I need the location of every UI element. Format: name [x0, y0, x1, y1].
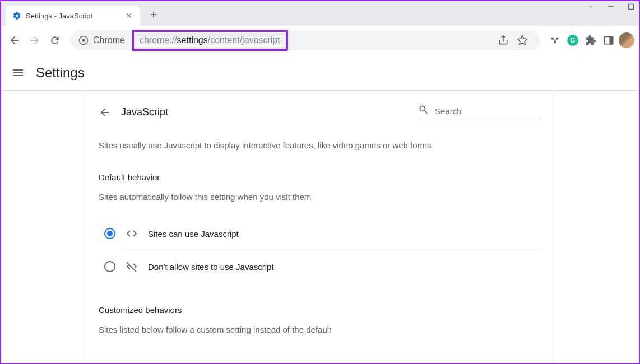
- search-icon: [418, 104, 429, 118]
- extension-link-icon[interactable]: [547, 32, 563, 48]
- minimize-icon[interactable]: [607, 3, 614, 10]
- address-bar[interactable]: Chrome chrome://settings/content/javascr…: [71, 30, 540, 50]
- extensions-icon[interactable]: [583, 32, 599, 48]
- side-panel-icon[interactable]: [601, 32, 616, 48]
- customized-subtext: Sites listed below follow a custom setti…: [99, 325, 541, 334]
- svg-rect-1: [629, 4, 634, 10]
- radio-button[interactable]: [104, 261, 115, 272]
- search-input[interactable]: [435, 106, 541, 116]
- chrome-icon: [78, 35, 89, 45]
- radio-option-allow[interactable]: Sites can use Javascript: [99, 217, 541, 250]
- chevron-down-icon[interactable]: [587, 2, 594, 11]
- browser-tab[interactable]: Settings - JavaScript: [6, 6, 140, 26]
- content-wrap: JavaScript Sites usually use Javascript …: [1, 91, 639, 363]
- back-button[interactable]: [6, 31, 24, 49]
- window-controls: [587, 2, 634, 11]
- code-off-icon: [126, 260, 138, 273]
- panel-body: Sites usually use Javascript to display …: [85, 127, 555, 334]
- customized-heading: Customized behaviors: [99, 305, 541, 315]
- panel-title: JavaScript: [121, 106, 418, 118]
- forward-button[interactable]: [26, 31, 44, 49]
- svg-point-3: [82, 39, 85, 41]
- close-icon[interactable]: [124, 11, 133, 20]
- share-icon[interactable]: [495, 32, 511, 48]
- back-arrow-icon[interactable]: [99, 106, 111, 119]
- radio-button[interactable]: [104, 228, 115, 239]
- tab-title: Settings - JavaScript: [26, 12, 124, 20]
- url-highlight-box: chrome://settings/content/javascript: [132, 30, 288, 51]
- radio-label: Don't allow sites to use Javascript: [148, 262, 274, 272]
- reload-button[interactable]: [46, 31, 64, 49]
- address-prefix: Chrome: [93, 35, 125, 45]
- gear-icon: [12, 11, 21, 20]
- bookmark-icon[interactable]: [514, 32, 530, 48]
- browser-toolbar: Chrome chrome://settings/content/javascr…: [1, 26, 639, 55]
- svg-point-6: [554, 41, 556, 43]
- default-behavior-heading: Default behavior: [99, 172, 541, 182]
- maximize-icon[interactable]: [628, 3, 634, 10]
- radio-option-block[interactable]: Don't allow sites to use Javascript: [99, 250, 541, 283]
- settings-header: Settings: [1, 55, 639, 91]
- panel-description: Sites usually use Javascript to display …: [99, 141, 541, 150]
- radio-label: Sites can use Javascript: [148, 229, 239, 239]
- grammarly-icon[interactable]: G: [565, 32, 581, 48]
- svg-rect-9: [610, 36, 613, 44]
- search-box[interactable]: [418, 104, 541, 120]
- new-tab-button[interactable]: [146, 7, 161, 22]
- profile-avatar[interactable]: [619, 32, 634, 48]
- code-icon: [126, 227, 138, 240]
- menu-icon[interactable]: [11, 66, 25, 80]
- settings-title: Settings: [36, 65, 85, 81]
- content-panel: JavaScript Sites usually use Javascript …: [85, 91, 555, 363]
- url-text: chrome://settings/content/javascript: [140, 35, 280, 45]
- default-behavior-subtext: Sites automatically follow this setting …: [99, 192, 541, 202]
- customized-section: Customized behaviors Sites listed below …: [99, 305, 541, 334]
- panel-header: JavaScript: [85, 104, 555, 127]
- browser-tab-bar: Settings - JavaScript: [1, 1, 639, 26]
- address-bar-icons: [495, 32, 532, 48]
